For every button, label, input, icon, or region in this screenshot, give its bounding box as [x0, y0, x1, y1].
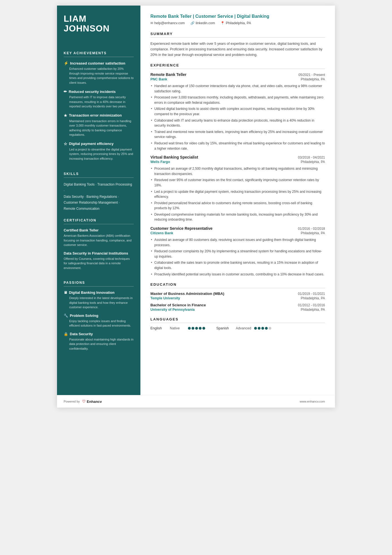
summary-section-title: SUMMARY: [150, 32, 325, 38]
lang-1-name: English: [150, 326, 167, 330]
monitor-icon: 🖥: [64, 290, 67, 295]
candidate-name: LIAM JOHNSON: [64, 14, 134, 33]
bullet: Collaborated with the sales team to prom…: [150, 260, 325, 270]
certification-list: Certified Bank Teller American Bankers A…: [64, 228, 134, 274]
dot: [261, 327, 264, 330]
passion-desc-3: Passionate about maintaining high standa…: [64, 337, 134, 351]
heart-icon: ♡: [82, 399, 86, 404]
cert-item-1: Certified Bank Teller American Bankers A…: [64, 228, 134, 247]
footer: Powered by ♡ Enhancv www.enhancv.com: [57, 395, 335, 408]
job-3-title: Customer Service Representative: [150, 226, 212, 231]
bullet: Collaborated with IT and security teams …: [150, 118, 325, 128]
dot: [254, 327, 257, 330]
linkedin-contact: 🔗 linkedin.com: [190, 21, 215, 25]
bullet: Processed an average of 2,500 monthly di…: [150, 166, 325, 176]
passion-desc-2: Enjoy tackling complex issues and findin…: [64, 319, 134, 328]
languages-row: English Native Spanish Advanced: [150, 326, 325, 330]
achievement-item-3: ★ Transaction error minimization Maintai…: [64, 113, 134, 137]
edu-2-school: University of Pennsylvania: [150, 308, 195, 312]
wrench-icon: 🔧: [64, 314, 68, 318]
edu-1-degree: Master of Business Administration (MBA): [150, 292, 224, 296]
edu-2-date: 01/2012 - 01/2016: [298, 303, 325, 307]
bullet: Processed over 3,000 transactions monthl…: [150, 95, 325, 105]
experience-section-title: EXPERIENCE: [150, 63, 325, 69]
achievement-desc-2: Partnered with IT to improve data securi…: [64, 95, 134, 109]
job-1-date: 05/2021 - Present: [299, 73, 325, 77]
footer-url: www.enhancv.com: [300, 400, 325, 403]
achievement-desc-4: Led a project to streamline the digital …: [64, 147, 134, 161]
powered-by-label: Powered by: [64, 400, 80, 403]
cert-item-2: Data Security in Financial Institutions …: [64, 251, 134, 270]
edu-item-1: Master of Business Administration (MBA) …: [150, 292, 325, 300]
edu-1-date: 01/2019 - 01/2021: [298, 292, 325, 296]
passion-item-3: 🔒 Data Security Passionate about maintai…: [64, 332, 134, 351]
achievement-item-4: ☆ Digital payment efficiency Led a proje…: [64, 142, 134, 161]
job-2-date: 03/2018 - 04/2021: [298, 156, 325, 159]
achievement-desc-1: Enhanced customer satisfaction by 20% th…: [64, 66, 134, 85]
location-icon: 📍: [220, 21, 225, 25]
dot: [265, 327, 268, 330]
lang-2-name: Spanish: [216, 326, 233, 330]
job-3: Customer Service Representative 01/2016 …: [150, 226, 325, 277]
passion-desc-1: Deeply interested in the latest developm…: [64, 296, 134, 310]
dot: [192, 327, 194, 330]
bullet: Trained and mentored new remote bank tel…: [150, 129, 325, 140]
passions-list: 🖥 Digital Banking Innovation Deeply inte…: [64, 290, 134, 355]
lang-2-dots: [254, 327, 271, 330]
star-filled-icon: ★: [64, 113, 67, 118]
achievement-item-1: ⚡ Increased customer satisfaction Enhanc…: [64, 61, 134, 85]
education-section-title: EDUCATION: [150, 282, 325, 288]
star-outline-icon: ☆: [64, 142, 67, 146]
bullet: Proactively identified potential securit…: [150, 272, 325, 277]
job-3-bullets: Assisted an average of 80 customers dail…: [150, 237, 325, 277]
skills-list: Digital Banking Tools · Transaction Proc…: [64, 182, 134, 212]
passions-title: PASSIONS: [64, 281, 134, 287]
dot: [269, 327, 271, 330]
job-1-location: Philadelphia, PA: [301, 77, 325, 81]
edu-1-school: Temple University: [150, 296, 180, 300]
job-3-date: 01/2016 - 02/2018: [298, 227, 325, 231]
bullet: Reduced customer complaints by 20% by im…: [150, 249, 325, 259]
achievement-item-2: ✏ Reduced security incidents Partnered w…: [64, 89, 134, 109]
contact-info: ✉ help@enhancv.com 🔗 linkedin.com 📍 Phil…: [150, 21, 325, 25]
main-header: Remote Bank Teller | Customer Service | …: [150, 14, 325, 25]
skills-title: SKILLS: [64, 172, 134, 178]
lang-1-dots: [188, 327, 205, 330]
brand-logo: ♡ Enhancv: [82, 399, 102, 404]
achievement-desc-3: Maintained zero transaction errors in ha…: [64, 119, 134, 137]
edu-2-location: Philadelphia, PA: [301, 308, 325, 312]
job-1-title: Remote Bank Teller: [150, 72, 187, 77]
job-2-title: Virtual Banking Specialist: [150, 155, 198, 159]
summary-text: Experienced remote bank teller with over…: [150, 41, 325, 58]
job-1-bullets: Handled an average of 150 customer inter…: [150, 83, 325, 151]
certification-title: CERTIFICATION: [64, 218, 134, 224]
edu-1-location: Philadelphia, PA: [301, 296, 325, 300]
job-3-company: Citizens Bank: [150, 231, 173, 235]
link-icon: 🔗: [190, 21, 195, 25]
languages-section-title: LANGUAGES: [150, 317, 325, 323]
lightning-icon: ⚡: [64, 61, 68, 65]
achievements-title: KEY ACHIEVEMENTS: [64, 51, 134, 57]
job-title: Remote Bank Teller | Customer Service | …: [150, 14, 325, 19]
main-content: Remote Bank Teller | Customer Service | …: [140, 6, 335, 395]
lang-2-level: Advanced: [236, 326, 251, 330]
job-3-location: Philadelphia, PA: [301, 231, 325, 235]
job-2-company: Wells Fargo: [150, 160, 170, 164]
edu-item-2: Bachelor of Science in Finance 01/2012 -…: [150, 303, 325, 312]
job-2-location: Philadelphia, PA: [301, 160, 325, 164]
dot: [195, 327, 198, 330]
edu-2-degree: Bachelor of Science in Finance: [150, 303, 206, 307]
dot: [258, 327, 260, 330]
dot: [199, 327, 202, 330]
bullet: Provided personalized financial advice t…: [150, 201, 325, 211]
dot: [188, 327, 191, 330]
passion-item-1: 🖥 Digital Banking Innovation Deeply inte…: [64, 290, 134, 310]
lock-icon: 🔒: [64, 332, 68, 336]
achievements-list: ⚡ Increased customer satisfaction Enhanc…: [64, 61, 134, 165]
sidebar: LIAM JOHNSON KEY ACHIEVEMENTS ⚡ Increase…: [57, 6, 140, 395]
bullet: Handled an average of 150 customer inter…: [150, 83, 325, 94]
email-contact: ✉ help@enhancv.com: [150, 21, 185, 25]
bullet: Assisted an average of 80 customers dail…: [150, 237, 325, 248]
dot: [202, 327, 205, 330]
job-1-company: PNC Bank: [150, 77, 167, 81]
